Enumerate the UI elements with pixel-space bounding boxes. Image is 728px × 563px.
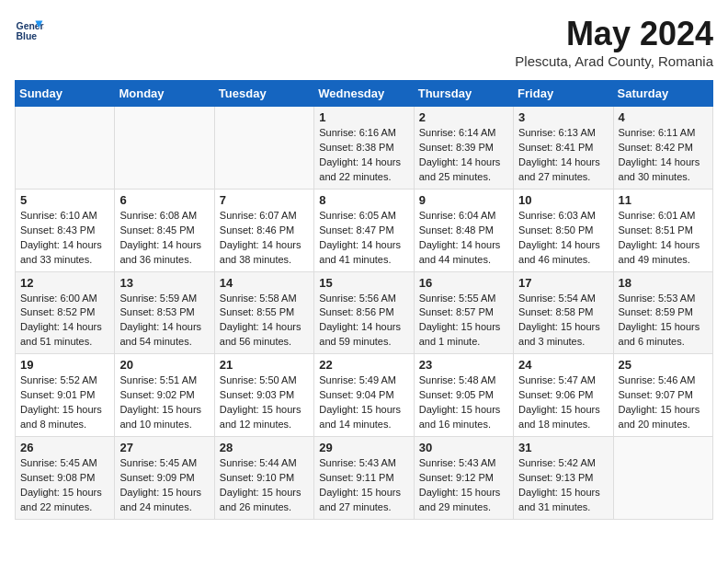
week-row-3: 12Sunrise: 6:00 AMSunset: 8:52 PMDayligh… — [16, 271, 713, 354]
day-cell: 2Sunrise: 6:14 AMSunset: 8:39 PMDaylight… — [414, 107, 513, 190]
day-cell: 27Sunrise: 5:45 AMSunset: 9:09 PMDayligh… — [115, 437, 214, 520]
day-info: Sunrise: 5:43 AMSunset: 9:12 PMDaylight:… — [419, 456, 508, 515]
day-number: 19 — [20, 358, 109, 372]
day-number: 1 — [319, 110, 408, 124]
day-info: Sunrise: 5:45 AMSunset: 9:08 PMDaylight:… — [20, 456, 109, 515]
day-cell: 29Sunrise: 5:43 AMSunset: 9:11 PMDayligh… — [314, 437, 414, 520]
header-monday: Monday — [115, 81, 214, 107]
day-cell: 13Sunrise: 5:59 AMSunset: 8:53 PMDayligh… — [115, 271, 214, 354]
day-number: 29 — [319, 441, 408, 454]
day-cell: 17Sunrise: 5:54 AMSunset: 8:58 PMDayligh… — [514, 271, 613, 354]
calendar-table: SundayMondayTuesdayWednesdayThursdayFrid… — [15, 80, 713, 520]
svg-text:Blue: Blue — [17, 31, 38, 41]
day-info: Sunrise: 5:48 AMSunset: 9:05 PMDaylight:… — [419, 373, 508, 432]
day-cell: 10Sunrise: 6:03 AMSunset: 8:50 PMDayligh… — [514, 189, 613, 271]
day-number: 16 — [419, 276, 508, 290]
logo-icon: General Blue — [15, 15, 44, 44]
page-header: General Blue May 2024 Plescuta, Arad Cou… — [15, 15, 713, 69]
day-cell: 1Sunrise: 6:16 AMSunset: 8:38 PMDaylight… — [314, 107, 414, 190]
day-cell: 28Sunrise: 5:44 AMSunset: 9:10 PMDayligh… — [214, 437, 313, 520]
day-number: 5 — [20, 193, 109, 207]
day-info: Sunrise: 6:01 AMSunset: 8:51 PMDaylight:… — [619, 209, 708, 268]
day-number: 8 — [319, 193, 408, 207]
day-info: Sunrise: 5:42 AMSunset: 9:13 PMDaylight:… — [518, 456, 608, 515]
week-row-2: 5Sunrise: 6:10 AMSunset: 8:43 PMDaylight… — [16, 189, 713, 271]
day-cell: 22Sunrise: 5:49 AMSunset: 9:04 PMDayligh… — [314, 354, 414, 437]
day-number: 20 — [119, 358, 209, 372]
day-cell — [613, 437, 712, 520]
day-cell: 21Sunrise: 5:50 AMSunset: 9:03 PMDayligh… — [214, 354, 313, 437]
day-cell: 3Sunrise: 6:13 AMSunset: 8:41 PMDaylight… — [514, 107, 613, 190]
day-info: Sunrise: 6:03 AMSunset: 8:50 PMDaylight:… — [518, 209, 608, 268]
day-number: 10 — [518, 193, 608, 207]
day-cell: 11Sunrise: 6:01 AMSunset: 8:51 PMDayligh… — [613, 189, 712, 271]
day-number: 4 — [619, 110, 708, 124]
day-info: Sunrise: 5:47 AMSunset: 9:06 PMDaylight:… — [518, 373, 608, 432]
week-row-1: 1Sunrise: 6:16 AMSunset: 8:38 PMDaylight… — [16, 107, 713, 190]
day-cell: 14Sunrise: 5:58 AMSunset: 8:55 PMDayligh… — [214, 271, 313, 354]
day-info: Sunrise: 5:44 AMSunset: 9:10 PMDaylight:… — [220, 456, 309, 515]
day-number: 2 — [419, 110, 508, 124]
day-number: 14 — [220, 276, 309, 290]
day-number: 12 — [20, 276, 109, 290]
day-cell: 25Sunrise: 5:46 AMSunset: 9:07 PMDayligh… — [613, 354, 712, 437]
day-info: Sunrise: 6:11 AMSunset: 8:42 PMDaylight:… — [619, 126, 708, 185]
month-title: May 2024 — [515, 15, 713, 53]
header-sunday: Sunday — [16, 81, 115, 107]
day-info: Sunrise: 6:13 AMSunset: 8:41 PMDaylight:… — [518, 126, 608, 185]
day-number: 31 — [518, 441, 608, 454]
day-info: Sunrise: 5:51 AMSunset: 9:02 PMDaylight:… — [119, 373, 209, 432]
day-number: 11 — [619, 193, 708, 207]
day-info: Sunrise: 6:08 AMSunset: 8:45 PMDaylight:… — [119, 209, 209, 268]
day-info: Sunrise: 5:50 AMSunset: 9:03 PMDaylight:… — [220, 373, 309, 432]
day-cell: 24Sunrise: 5:47 AMSunset: 9:06 PMDayligh… — [514, 354, 613, 437]
day-cell: 4Sunrise: 6:11 AMSunset: 8:42 PMDaylight… — [613, 107, 712, 190]
day-info: Sunrise: 5:49 AMSunset: 9:04 PMDaylight:… — [319, 373, 408, 432]
day-number: 28 — [220, 441, 309, 454]
header-wednesday: Wednesday — [314, 81, 414, 107]
day-number: 30 — [419, 441, 508, 454]
day-cell: 26Sunrise: 5:45 AMSunset: 9:08 PMDayligh… — [16, 437, 115, 520]
day-number: 15 — [319, 276, 408, 290]
day-number: 22 — [319, 358, 408, 372]
day-info: Sunrise: 5:43 AMSunset: 9:11 PMDaylight:… — [319, 456, 408, 515]
day-cell: 9Sunrise: 6:04 AMSunset: 8:48 PMDaylight… — [414, 189, 513, 271]
day-number: 27 — [119, 441, 209, 454]
day-number: 26 — [20, 441, 109, 454]
day-number: 17 — [518, 276, 608, 290]
day-cell: 20Sunrise: 5:51 AMSunset: 9:02 PMDayligh… — [115, 354, 214, 437]
day-number: 7 — [220, 193, 309, 207]
header-friday: Friday — [514, 81, 613, 107]
day-info: Sunrise: 5:52 AMSunset: 9:01 PMDaylight:… — [20, 373, 109, 432]
day-cell: 7Sunrise: 6:07 AMSunset: 8:46 PMDaylight… — [214, 189, 313, 271]
day-info: Sunrise: 5:56 AMSunset: 8:56 PMDaylight:… — [319, 292, 408, 350]
header-tuesday: Tuesday — [214, 81, 313, 107]
day-info: Sunrise: 5:59 AMSunset: 8:53 PMDaylight:… — [119, 292, 209, 350]
day-info: Sunrise: 6:16 AMSunset: 8:38 PMDaylight:… — [319, 126, 408, 185]
day-info: Sunrise: 5:45 AMSunset: 9:09 PMDaylight:… — [119, 456, 209, 515]
day-cell: 31Sunrise: 5:42 AMSunset: 9:13 PMDayligh… — [514, 437, 613, 520]
day-info: Sunrise: 6:10 AMSunset: 8:43 PMDaylight:… — [20, 209, 109, 268]
day-info: Sunrise: 6:05 AMSunset: 8:47 PMDaylight:… — [319, 209, 408, 268]
day-cell: 19Sunrise: 5:52 AMSunset: 9:01 PMDayligh… — [16, 354, 115, 437]
week-row-5: 26Sunrise: 5:45 AMSunset: 9:08 PMDayligh… — [16, 437, 713, 520]
day-cell: 16Sunrise: 5:55 AMSunset: 8:57 PMDayligh… — [414, 271, 513, 354]
day-info: Sunrise: 5:53 AMSunset: 8:59 PMDaylight:… — [619, 292, 708, 350]
day-cell — [115, 107, 214, 190]
day-info: Sunrise: 5:54 AMSunset: 8:58 PMDaylight:… — [518, 292, 608, 350]
day-number: 6 — [119, 193, 209, 207]
day-number: 13 — [119, 276, 209, 290]
day-cell — [16, 107, 115, 190]
header-saturday: Saturday — [613, 81, 712, 107]
day-cell: 23Sunrise: 5:48 AMSunset: 9:05 PMDayligh… — [414, 354, 513, 437]
calendar-header-row: SundayMondayTuesdayWednesdayThursdayFrid… — [16, 81, 713, 107]
day-number: 9 — [419, 193, 508, 207]
day-cell: 30Sunrise: 5:43 AMSunset: 9:12 PMDayligh… — [414, 437, 513, 520]
day-info: Sunrise: 5:58 AMSunset: 8:55 PMDaylight:… — [220, 292, 309, 350]
day-info: Sunrise: 6:14 AMSunset: 8:39 PMDaylight:… — [419, 126, 508, 185]
day-number: 24 — [518, 358, 608, 372]
week-row-4: 19Sunrise: 5:52 AMSunset: 9:01 PMDayligh… — [16, 354, 713, 437]
day-number: 23 — [419, 358, 508, 372]
day-cell: 18Sunrise: 5:53 AMSunset: 8:59 PMDayligh… — [613, 271, 712, 354]
day-cell: 12Sunrise: 6:00 AMSunset: 8:52 PMDayligh… — [16, 271, 115, 354]
